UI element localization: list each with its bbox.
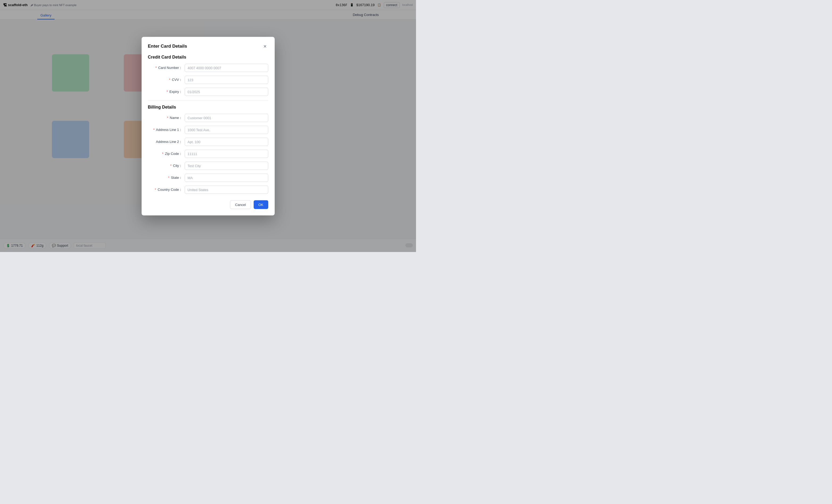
cancel-button[interactable]: Cancel [230,200,251,209]
required-indicator: * [167,116,168,120]
address2-label: Address Line 2： [148,139,183,144]
required-indicator: * [166,90,168,94]
expiry-input[interactable] [185,87,268,96]
required-indicator: * [155,66,157,70]
expiry-group: * Expiry： [148,87,268,96]
country-input[interactable] [185,185,268,194]
state-group: * State： [148,174,268,182]
cvv-label: * CVV： [148,77,183,82]
required-indicator: * [169,78,170,82]
close-button[interactable]: ✕ [262,43,268,49]
required-indicator: * [162,152,163,156]
ok-button[interactable]: OK [254,200,268,209]
card-number-group: * Card Number： [148,63,268,72]
modal-footer: Cancel OK [148,200,268,209]
cvv-input[interactable] [185,76,268,84]
name-input[interactable] [185,114,268,122]
required-indicator: * [170,164,172,168]
required-indicator: * [155,188,156,192]
required-indicator: * [153,128,155,132]
card-number-label: * Card Number： [148,65,183,70]
modal-title: Enter Card Details [148,44,187,49]
modal-header: Enter Card Details ✕ [148,43,268,49]
section-divider [148,100,268,100]
expiry-label: * Expiry： [148,89,183,94]
country-label: * Country Code： [148,187,183,192]
city-group: * City： [148,161,268,170]
billing-section-title: Billing Details [148,105,268,109]
name-label: * Name： [148,115,183,120]
address1-input[interactable] [185,126,268,134]
cvv-group: * CVV： [148,76,268,84]
address1-label: * Address Line 1： [148,128,183,132]
credit-section-title: Credit Card Details [148,55,268,59]
address2-group: Address Line 2： [148,138,268,146]
required-indicator: * [168,176,169,180]
zip-group: * Zip Code： [148,150,268,158]
card-number-input[interactable] [185,63,268,72]
city-input[interactable] [185,161,268,170]
address2-input[interactable] [185,138,268,146]
country-group: * Country Code： [148,185,268,194]
state-label: * State： [148,175,183,180]
zip-input[interactable] [185,150,268,158]
state-input[interactable] [185,174,268,182]
city-label: * City： [148,163,183,168]
name-group: * Name： [148,114,268,122]
card-details-modal: Enter Card Details ✕ Credit Card Details… [141,37,275,215]
zip-label: * Zip Code： [148,152,183,156]
address1-group: * Address Line 1： [148,126,268,134]
